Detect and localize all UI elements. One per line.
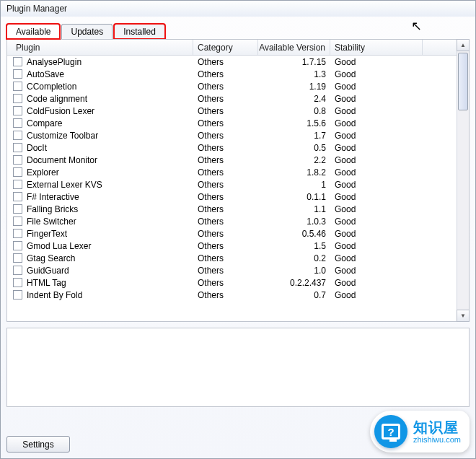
plugin-version: 1.3	[258, 69, 330, 79]
row-checkbox[interactable]	[13, 106, 22, 115]
plugin-category: Others	[193, 204, 258, 214]
plugin-name: Document Monitor	[27, 155, 97, 165]
list-body: AnalysePluginOthers1.7.15GoodAutoSaveOth…	[7, 56, 457, 321]
row-checkbox[interactable]	[13, 167, 22, 177]
row-checkbox[interactable]	[13, 82, 22, 91]
plugin-version: 1.7.15	[258, 57, 330, 67]
watermark-logo-icon	[374, 415, 407, 448]
title-bar: Plugin Manager	[1, 1, 475, 17]
row-checkbox[interactable]	[13, 192, 22, 201]
plugin-category: Others	[193, 290, 258, 300]
table-row[interactable]: CompareOthers1.5.6Good	[7, 117, 457, 129]
table-row[interactable]: ExplorerOthers1.8.2Good	[7, 166, 457, 178]
plugin-name: Code alignment	[27, 94, 87, 104]
plugin-name: F# Interactive	[27, 192, 79, 202]
table-row[interactable]: File SwitcherOthers1.0.3Good	[7, 215, 457, 227]
scroll-thumb[interactable]	[458, 53, 468, 110]
tab-available[interactable]: Available	[6, 24, 60, 39]
plugin-list-pane: Plugin Category Available Version Stabil…	[6, 39, 470, 322]
plugin-manager-window: Plugin Manager ↖ Available Updates Insta…	[0, 0, 476, 459]
plugin-name: HTML Tag	[27, 278, 66, 288]
col-header-plugin[interactable]: Plugin	[7, 40, 193, 55]
tab-installed[interactable]: Installed	[114, 24, 165, 39]
row-checkbox[interactable]	[13, 278, 22, 287]
plugin-version: 1.5	[258, 241, 330, 251]
row-checkbox[interactable]	[13, 94, 22, 103]
row-checkbox[interactable]	[13, 155, 22, 165]
plugin-stability: Good	[330, 106, 423, 116]
plugin-category: Others	[193, 106, 258, 116]
plugin-category: Others	[193, 118, 258, 128]
plugin-name: Compare	[27, 118, 62, 128]
table-row[interactable]: HTML TagOthers0.2.2.437Good	[7, 276, 457, 289]
vertical-scrollbar[interactable]: ▲ ▼	[457, 40, 469, 321]
table-row[interactable]: GuidGuardOthers1.0Good	[7, 264, 457, 276]
table-row[interactable]: Falling BricksOthers1.1Good	[7, 203, 457, 215]
plugin-version: 0.5.46	[258, 229, 330, 239]
table-row[interactable]: Code alignmentOthers2.4Good	[7, 92, 457, 105]
row-checkbox[interactable]	[13, 143, 22, 152]
plugin-version: 2.4	[258, 94, 330, 104]
plugin-name: DocIt	[27, 143, 47, 153]
col-header-stability[interactable]: Stability	[330, 40, 423, 55]
plugin-category: Others	[193, 217, 258, 227]
scroll-down-button[interactable]: ▼	[457, 310, 470, 322]
row-checkbox[interactable]	[13, 131, 22, 140]
tab-updates[interactable]: Updates	[61, 24, 113, 39]
plugin-name: GuidGuard	[27, 266, 69, 276]
col-header-category[interactable]: Category	[193, 40, 258, 55]
plugin-category: Others	[193, 69, 258, 79]
plugin-stability: Good	[330, 118, 423, 128]
watermark-url: zhishiwu.com	[413, 435, 461, 444]
table-row[interactable]: AutoSaveOthers1.3Good	[7, 68, 457, 80]
plugin-version: 0.1.1	[258, 192, 330, 202]
table-row[interactable]: Indent By FoldOthers0.7Good	[7, 289, 457, 301]
plugin-stability: Good	[330, 204, 423, 214]
row-checkbox[interactable]	[13, 118, 22, 128]
plugin-stability: Good	[330, 241, 423, 251]
row-checkbox[interactable]	[13, 253, 22, 263]
row-checkbox[interactable]	[13, 180, 22, 189]
plugin-version: 1	[258, 180, 330, 190]
table-row[interactable]: ColdFusion LexerOthers0.8Good	[7, 105, 457, 117]
plugin-version: 1.0	[258, 266, 330, 276]
scroll-up-button[interactable]: ▲	[457, 39, 470, 51]
plugin-name: AnalysePlugin	[27, 57, 81, 67]
plugin-category: Others	[193, 167, 258, 178]
table-row[interactable]: Gmod Lua LexerOthers1.5Good	[7, 240, 457, 252]
table-row[interactable]: CCompletionOthers1.19Good	[7, 80, 457, 92]
plugin-name: AutoSave	[27, 69, 64, 79]
col-header-version[interactable]: Available Version	[258, 40, 330, 55]
table-row[interactable]: F# InteractiveOthers0.1.1Good	[7, 191, 457, 203]
table-row[interactable]: Gtag SearchOthers0.2Good	[7, 252, 457, 264]
plugin-stability: Good	[330, 229, 423, 239]
plugin-category: Others	[193, 278, 258, 288]
row-checkbox[interactable]	[13, 290, 22, 300]
row-checkbox[interactable]	[13, 217, 22, 226]
plugin-listview[interactable]: Plugin Category Available Version Stabil…	[7, 40, 457, 321]
table-row[interactable]: AnalysePluginOthers1.7.15Good	[7, 56, 457, 68]
table-row[interactable]: DocItOthers0.5Good	[7, 141, 457, 154]
table-row[interactable]: Customize ToolbarOthers1.7Good	[7, 129, 457, 141]
settings-button[interactable]: Settings	[6, 436, 70, 453]
footer-row: Settings	[6, 436, 70, 453]
row-checkbox[interactable]	[13, 266, 22, 275]
plugin-version: 1.19	[258, 82, 330, 92]
table-row[interactable]: Document MonitorOthers2.2Good	[7, 154, 457, 166]
plugin-category: Others	[193, 155, 258, 165]
row-checkbox[interactable]	[13, 69, 22, 79]
row-checkbox[interactable]	[13, 204, 22, 214]
row-checkbox[interactable]	[13, 57, 22, 66]
plugin-name: ColdFusion Lexer	[27, 106, 94, 116]
row-checkbox[interactable]	[13, 229, 22, 238]
table-row[interactable]: External Lexer KVSOthers1Good	[7, 178, 457, 191]
description-pane	[6, 328, 470, 407]
plugin-category: Others	[193, 94, 258, 104]
plugin-version: 1.7	[258, 131, 330, 141]
plugin-stability: Good	[330, 290, 423, 300]
plugin-stability: Good	[330, 266, 423, 276]
row-checkbox[interactable]	[13, 241, 22, 250]
window-title: Plugin Manager	[6, 4, 67, 14]
plugin-name: Falling Bricks	[27, 204, 78, 214]
table-row[interactable]: FingerTextOthers0.5.46Good	[7, 227, 457, 240]
